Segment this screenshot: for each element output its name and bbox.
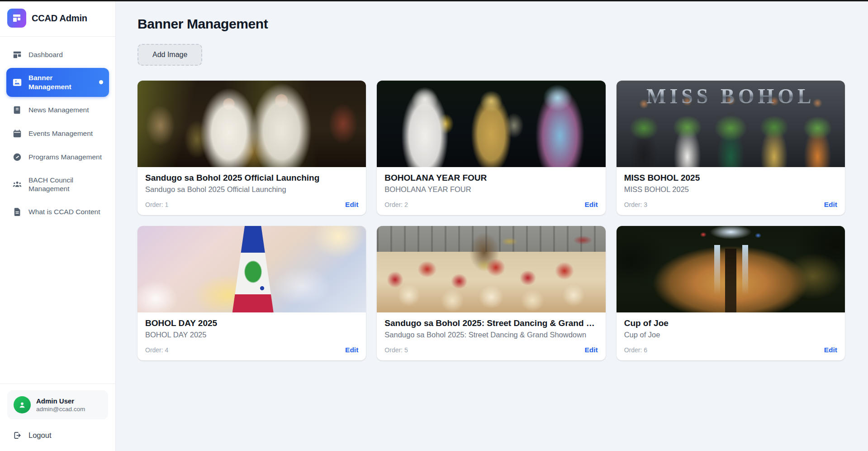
programs-clock-icon: [12, 152, 22, 162]
banner-title: Sandugo sa Bohol 2025 Official Launching: [145, 173, 358, 183]
sidebar-item-label: Banner Management: [28, 73, 93, 91]
banner-card: Sandugo sa Bohol 2025: Street Dancing & …: [377, 226, 605, 360]
banner-image-boholana: [377, 81, 605, 167]
sidebar-item-label: BACH Council Management: [28, 176, 103, 194]
window-top-edge: [0, 0, 868, 1]
sidebar-item-events-management[interactable]: Events Management: [6, 123, 109, 144]
sidebar-item-dashboard[interactable]: Dashboard: [6, 44, 109, 65]
edit-link[interactable]: Edit: [345, 346, 358, 354]
sidebar-footer: Admin User admin@ccad.com Logout: [0, 384, 115, 451]
sidebar-item-label: Programs Management: [28, 153, 103, 162]
sidebar-header: CCAD Admin: [0, 0, 115, 37]
logout-label: Logout: [28, 431, 51, 440]
edit-link[interactable]: Edit: [824, 201, 837, 209]
calendar-icon: [12, 129, 22, 139]
banner-title: BOHOL DAY 2025: [145, 318, 358, 329]
card-body: Sandugo sa Bohol 2025 Official Launching…: [138, 167, 366, 215]
app-title: CCAD Admin: [32, 13, 87, 24]
card-body: BOHOLANA YEAR FOUR BOHOLANA YEAR FOUR Or…: [377, 167, 605, 215]
banner-image-cup-of-joe: [617, 226, 845, 312]
banner-subtitle: BOHOL DAY 2025: [145, 331, 358, 339]
card-body: MISS BOHOL 2025 MISS BOHOL 2025 Order: 3…: [617, 167, 845, 215]
banner-subtitle: Cup of Joe: [624, 331, 837, 339]
banner-subtitle: Sandugo sa Bohol 2025 Official Launching: [145, 185, 358, 194]
card-body: Sandugo sa Bohol 2025: Street Dancing & …: [377, 312, 605, 360]
banner-grid: Sandugo sa Bohol 2025 Official Launching…: [138, 81, 845, 360]
sidebar-item-label: Events Management: [28, 129, 103, 138]
news-icon: [12, 105, 22, 115]
content-document-icon: [12, 207, 22, 217]
card-footer: Order: 5 Edit: [384, 346, 598, 354]
banner-title: Cup of Joe: [624, 318, 837, 329]
photo-embedded-text: MISS BOHOL: [617, 84, 845, 108]
app-root: CCAD Admin Dashboard Banner Management: [0, 0, 868, 451]
sidebar-item-news-management[interactable]: News Management: [6, 100, 109, 120]
banner-image-bohol-day-flag: [138, 226, 366, 312]
banner-card: BOHOL DAY 2025 BOHOL DAY 2025 Order: 4 E…: [138, 226, 366, 360]
banner-subtitle: BOHOLANA YEAR FOUR: [384, 185, 598, 194]
user-name: Admin User: [36, 397, 85, 405]
edit-link[interactable]: Edit: [824, 346, 837, 354]
sidebar-item-bach-council-management[interactable]: BACH Council Management: [6, 170, 109, 199]
card-footer: Order: 1 Edit: [145, 201, 358, 209]
banner-card: MISS BOHOL MISS BOHOL 2025 MISS BOHOL 20…: [617, 81, 845, 215]
dashboard-logo-icon: [11, 13, 22, 24]
banner-subtitle: Sandugo sa Bohol 2025: Street Dancing & …: [384, 331, 598, 339]
sidebar-item-programs-management[interactable]: Programs Management: [6, 147, 109, 168]
app-logo: [7, 9, 26, 28]
banner-order: Order: 4: [145, 346, 168, 354]
sidebar-item-banner-management[interactable]: Banner Management: [6, 68, 109, 97]
bohol-flag-graphic: [232, 226, 274, 312]
card-footer: Order: 6 Edit: [624, 346, 837, 354]
edit-link[interactable]: Edit: [584, 201, 598, 209]
stage-light-beams: [617, 226, 845, 312]
add-image-button[interactable]: Add Image: [138, 44, 202, 66]
banner-card: Sandugo sa Bohol 2025 Official Launching…: [138, 81, 366, 215]
user-info: Admin User admin@ccad.com: [36, 397, 85, 413]
card-footer: Order: 2 Edit: [384, 201, 598, 209]
sidebar-item-label: News Management: [28, 106, 103, 115]
banner-order: Order: 5: [384, 346, 408, 354]
avatar: [14, 396, 31, 413]
banner-title: Sandugo sa Bohol 2025: Street Dancing & …: [384, 318, 598, 329]
main-content: Banner Management Add Image Sandugo sa B…: [116, 0, 868, 451]
banner-title: MISS BOHOL 2025: [624, 173, 837, 183]
banner-image-street-dancing: [377, 226, 605, 312]
banner-image-sandugo-launching: [138, 81, 366, 167]
card-body: Cup of Joe Cup of Joe Order: 6 Edit: [617, 312, 845, 360]
banner-order: Order: 2: [384, 201, 408, 208]
page-title: Banner Management: [138, 16, 845, 32]
sidebar-item-label: Dashboard: [28, 50, 103, 59]
banner-image-miss-bohol: MISS BOHOL: [617, 81, 845, 167]
banner-title: BOHOLANA YEAR FOUR: [384, 173, 598, 183]
card-body: BOHOL DAY 2025 BOHOL DAY 2025 Order: 4 E…: [138, 312, 366, 360]
card-footer: Order: 3 Edit: [624, 201, 837, 209]
banner-image-icon: [12, 77, 22, 87]
council-people-icon: [12, 179, 22, 189]
logout-button[interactable]: Logout: [7, 427, 108, 444]
sidebar: CCAD Admin Dashboard Banner Management: [0, 0, 116, 451]
person-icon: [18, 400, 27, 409]
banner-order: Order: 3: [624, 201, 647, 208]
sidebar-item-label: What is CCAD Content: [28, 207, 103, 216]
banner-card: Cup of Joe Cup of Joe Order: 6 Edit: [617, 226, 845, 360]
sidebar-item-what-is-ccad-content[interactable]: What is CCAD Content: [6, 202, 109, 222]
card-footer: Order: 4 Edit: [145, 346, 358, 354]
banner-order: Order: 1: [145, 201, 168, 208]
banner-subtitle: MISS BOHOL 2025: [624, 185, 837, 194]
banner-order: Order: 6: [624, 346, 647, 354]
user-card: Admin User admin@ccad.com: [7, 390, 108, 419]
dashboard-icon: [12, 50, 22, 60]
user-email: admin@ccad.com: [36, 406, 85, 413]
logout-icon: [13, 431, 22, 440]
edit-link[interactable]: Edit: [584, 346, 598, 354]
active-dot-indicator: [99, 80, 103, 84]
banner-card: BOHOLANA YEAR FOUR BOHOLANA YEAR FOUR Or…: [377, 81, 605, 215]
sidebar-nav: Dashboard Banner Management News Managem…: [0, 37, 115, 230]
edit-link[interactable]: Edit: [345, 201, 358, 209]
